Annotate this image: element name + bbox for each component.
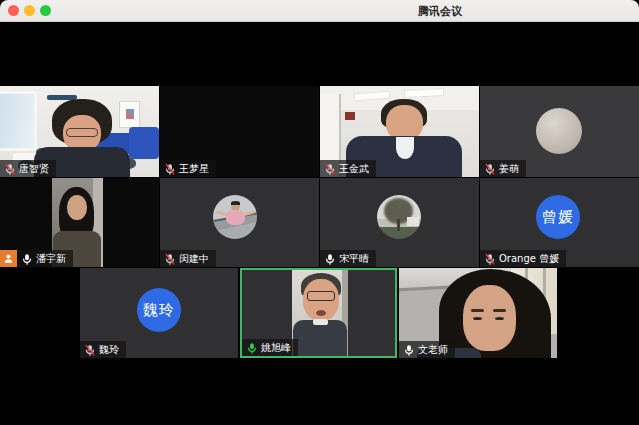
wall-art: [119, 101, 140, 128]
participant-name: 宋平晴: [339, 250, 369, 267]
participant-name: 闵建中: [179, 250, 209, 267]
person-glasses: [66, 128, 98, 137]
participant-name: 唐智贤: [19, 160, 49, 177]
participant-name: 潘宇新: [36, 250, 66, 267]
video-tile-jiangmeng[interactable]: 姜萌: [480, 86, 639, 177]
close-button[interactable]: [8, 5, 19, 16]
participant-name: 文老师: [418, 341, 448, 358]
person-eyebrow: [493, 309, 506, 312]
video-tile-yaoxufeng[interactable]: 姚旭峰: [240, 268, 397, 358]
microphone-muted-icon: [324, 163, 336, 175]
participant-name: 王金武: [339, 160, 369, 177]
microphone-muted-icon: [484, 163, 496, 175]
participant-name: 王梦星: [179, 160, 209, 177]
video-tile-weiling[interactable]: 魏玲 魏玲: [80, 268, 238, 358]
microphone-on-icon: [324, 253, 336, 265]
person-face: [67, 195, 87, 220]
person-glasses: [307, 291, 335, 301]
initials-avatar: 魏玲: [137, 288, 181, 332]
video-tile-zengyuan[interactable]: 曾媛 Orange 曾媛: [480, 178, 639, 267]
participant-label: Orange 曾媛: [480, 250, 566, 267]
microphone-muted-icon: [484, 253, 496, 265]
participant-label: 宋平晴: [320, 250, 376, 267]
video-tile-wangjinwu[interactable]: 王金武: [320, 86, 479, 177]
video-tile-tangzhixian[interactable]: 唐智贤: [0, 86, 159, 177]
microphone-speaking-icon: [246, 342, 258, 354]
shelf-object: [345, 112, 355, 120]
person-face: [463, 285, 516, 351]
zoom-button[interactable]: [40, 5, 51, 16]
participant-label: 王梦星: [160, 160, 216, 177]
sofa: [129, 127, 159, 159]
camera-sphere: [536, 108, 582, 154]
video-grid: 唐智贤 王梦星: [0, 22, 639, 425]
window-title: 腾讯会议: [418, 4, 462, 19]
profile-photo: [377, 195, 421, 239]
microphone-on-icon: [403, 344, 415, 356]
participant-name: 姚旭峰: [261, 339, 291, 356]
participant-name: 魏玲: [99, 341, 119, 358]
participant-label: 唐智贤: [0, 160, 56, 177]
participant-label: 潘宇新: [0, 250, 73, 267]
person-mouth: [316, 310, 326, 316]
video-tile-songpingqing[interactable]: 宋平晴: [320, 178, 479, 267]
microphone-muted-icon: [84, 344, 96, 356]
participant-label: 姚旭峰: [242, 339, 298, 356]
meeting-window: 腾讯会议: [0, 0, 639, 425]
person-shirt: [396, 137, 414, 159]
window-scenery: [0, 91, 37, 151]
microphone-muted-icon: [4, 163, 16, 175]
titlebar: 腾讯会议: [0, 0, 639, 22]
minimize-button[interactable]: [24, 5, 35, 16]
person-eye: [473, 317, 482, 320]
video-tile-wenlaoshi[interactable]: 文老师: [399, 268, 557, 358]
person-eyebrow: [471, 309, 484, 312]
person-shirt: [313, 319, 328, 325]
participant-label: 王金武: [320, 160, 376, 177]
microphone-on-icon: [21, 253, 33, 265]
video-tile-minjianzhong[interactable]: 闵建中: [160, 178, 319, 267]
participant-name: 姜萌: [499, 160, 519, 177]
participant-name: Orange 曾媛: [499, 250, 559, 267]
participant-label: 闵建中: [160, 250, 216, 267]
video-tile-panyuxin[interactable]: 潘宇新: [0, 178, 159, 267]
participant-label: 文老师: [399, 341, 455, 358]
participant-label: 魏玲: [80, 341, 126, 358]
initials-avatar: 曾媛: [536, 195, 580, 239]
person-eye: [495, 317, 504, 320]
person-body: [293, 320, 347, 356]
participant-label: 姜萌: [480, 160, 526, 177]
profile-photo: [213, 195, 257, 239]
host-badge-icon: [0, 250, 17, 267]
microphone-muted-icon: [164, 253, 176, 265]
microphone-muted-icon: [164, 163, 176, 175]
video-tile-wangmengxing[interactable]: 王梦星: [160, 86, 319, 177]
